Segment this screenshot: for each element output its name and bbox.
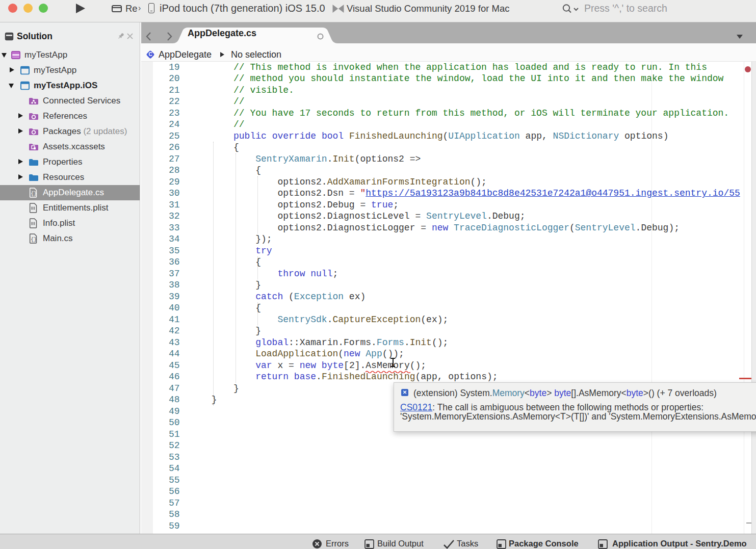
svg-text:{}: {} bbox=[31, 191, 37, 196]
svg-text:{}: {} bbox=[31, 237, 37, 242]
